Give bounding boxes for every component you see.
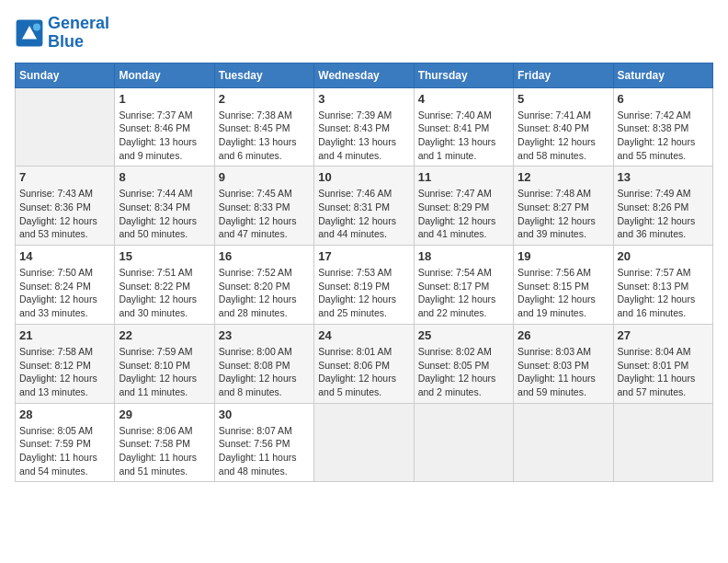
- day-number: 8: [119, 170, 210, 184]
- day-number: 18: [418, 249, 509, 263]
- page-header: General Blue: [15, 15, 713, 52]
- calendar-day-cell: [16, 87, 115, 167]
- day-number: 24: [318, 328, 409, 342]
- calendar-day-cell: [514, 403, 613, 482]
- calendar-week-row: 1 Sunrise: 7:37 AM Sunset: 8:46 PM Dayli…: [16, 87, 713, 167]
- day-info: Sunrise: 8:00 AM Sunset: 8:08 PM Dayligh…: [219, 345, 310, 399]
- weekday-header: Monday: [115, 63, 214, 87]
- day-number: 11: [418, 170, 509, 184]
- day-info: Sunrise: 7:50 AM Sunset: 8:24 PM Dayligh…: [19, 266, 110, 320]
- day-info: Sunrise: 7:41 AM Sunset: 8:40 PM Dayligh…: [518, 109, 609, 163]
- day-info: Sunrise: 7:46 AM Sunset: 8:31 PM Dayligh…: [318, 187, 409, 241]
- calendar-week-row: 7 Sunrise: 7:43 AM Sunset: 8:36 PM Dayli…: [16, 167, 713, 246]
- day-number: 5: [518, 92, 609, 106]
- day-info: Sunrise: 7:40 AM Sunset: 8:41 PM Dayligh…: [418, 109, 509, 163]
- calendar-day-cell: 26 Sunrise: 8:03 AM Sunset: 8:03 PM Dayl…: [514, 324, 613, 403]
- calendar-day-cell: 19 Sunrise: 7:56 AM Sunset: 8:15 PM Dayl…: [514, 246, 613, 325]
- day-number: 27: [618, 328, 709, 342]
- day-number: 21: [19, 328, 110, 342]
- logo-icon: [15, 18, 44, 48]
- calendar-day-cell: 14 Sunrise: 7:50 AM Sunset: 8:24 PM Dayl…: [16, 246, 115, 325]
- day-number: 16: [219, 249, 310, 263]
- day-info: Sunrise: 7:51 AM Sunset: 8:22 PM Dayligh…: [119, 266, 210, 320]
- day-info: Sunrise: 7:37 AM Sunset: 8:46 PM Dayligh…: [119, 109, 210, 163]
- day-number: 2: [219, 92, 310, 106]
- calendar-day-cell: 23 Sunrise: 8:00 AM Sunset: 8:08 PM Dayl…: [214, 324, 313, 403]
- day-info: Sunrise: 7:58 AM Sunset: 8:12 PM Dayligh…: [19, 345, 110, 399]
- day-number: 14: [19, 249, 110, 263]
- calendar-day-cell: 21 Sunrise: 7:58 AM Sunset: 8:12 PM Dayl…: [16, 324, 115, 403]
- calendar-day-cell: 17 Sunrise: 7:53 AM Sunset: 8:19 PM Dayl…: [314, 246, 414, 325]
- calendar-day-cell: 13 Sunrise: 7:49 AM Sunset: 8:26 PM Dayl…: [613, 167, 712, 246]
- day-number: 29: [119, 408, 210, 421]
- calendar-day-cell: 18 Sunrise: 7:54 AM Sunset: 8:17 PM Dayl…: [414, 246, 513, 325]
- calendar-day-cell: 5 Sunrise: 7:41 AM Sunset: 8:40 PM Dayli…: [514, 87, 613, 167]
- day-info: Sunrise: 7:45 AM Sunset: 8:33 PM Dayligh…: [219, 187, 310, 241]
- calendar-table: SundayMondayTuesdayWednesdayThursdayFrid…: [15, 63, 713, 483]
- day-info: Sunrise: 7:42 AM Sunset: 8:38 PM Dayligh…: [618, 109, 709, 163]
- day-info: Sunrise: 8:01 AM Sunset: 8:06 PM Dayligh…: [318, 345, 409, 399]
- calendar-day-cell: 4 Sunrise: 7:40 AM Sunset: 8:41 PM Dayli…: [414, 87, 513, 167]
- day-info: Sunrise: 7:52 AM Sunset: 8:20 PM Dayligh…: [219, 266, 310, 320]
- calendar-day-cell: 20 Sunrise: 7:57 AM Sunset: 8:13 PM Dayl…: [613, 246, 712, 325]
- day-number: 28: [19, 408, 110, 421]
- day-info: Sunrise: 7:59 AM Sunset: 8:10 PM Dayligh…: [119, 345, 210, 399]
- calendar-day-cell: 3 Sunrise: 7:39 AM Sunset: 8:43 PM Dayli…: [314, 87, 414, 167]
- day-number: 15: [119, 249, 210, 263]
- calendar-week-row: 14 Sunrise: 7:50 AM Sunset: 8:24 PM Dayl…: [16, 246, 713, 325]
- calendar-day-cell: 29 Sunrise: 8:06 AM Sunset: 7:58 PM Dayl…: [115, 403, 214, 482]
- day-info: Sunrise: 7:39 AM Sunset: 8:43 PM Dayligh…: [318, 109, 409, 163]
- weekday-header: Saturday: [613, 63, 712, 87]
- calendar-week-row: 28 Sunrise: 8:05 AM Sunset: 7:59 PM Dayl…: [16, 403, 713, 482]
- day-number: 19: [518, 249, 609, 263]
- calendar-day-cell: 22 Sunrise: 7:59 AM Sunset: 8:10 PM Dayl…: [115, 324, 214, 403]
- calendar-day-cell: 8 Sunrise: 7:44 AM Sunset: 8:34 PM Dayli…: [115, 167, 214, 246]
- day-number: 20: [618, 249, 709, 263]
- day-info: Sunrise: 7:56 AM Sunset: 8:15 PM Dayligh…: [518, 266, 609, 320]
- calendar-day-cell: 12 Sunrise: 7:48 AM Sunset: 8:27 PM Dayl…: [514, 167, 613, 246]
- calendar-day-cell: 27 Sunrise: 8:04 AM Sunset: 8:01 PM Dayl…: [613, 324, 712, 403]
- day-info: Sunrise: 8:03 AM Sunset: 8:03 PM Dayligh…: [518, 345, 609, 399]
- weekday-header: Thursday: [414, 63, 513, 87]
- calendar-day-cell: [414, 403, 513, 482]
- day-info: Sunrise: 7:54 AM Sunset: 8:17 PM Dayligh…: [418, 266, 509, 320]
- day-info: Sunrise: 8:02 AM Sunset: 8:05 PM Dayligh…: [418, 345, 509, 399]
- calendar-day-cell: 10 Sunrise: 7:46 AM Sunset: 8:31 PM Dayl…: [314, 167, 414, 246]
- day-number: 7: [19, 170, 110, 184]
- calendar-day-cell: 1 Sunrise: 7:37 AM Sunset: 8:46 PM Dayli…: [115, 87, 214, 167]
- calendar-day-cell: 2 Sunrise: 7:38 AM Sunset: 8:45 PM Dayli…: [214, 87, 313, 167]
- day-number: 22: [119, 328, 210, 342]
- day-info: Sunrise: 8:06 AM Sunset: 7:58 PM Dayligh…: [119, 424, 210, 478]
- day-number: 3: [318, 92, 409, 106]
- day-number: 30: [219, 408, 310, 421]
- day-info: Sunrise: 7:57 AM Sunset: 8:13 PM Dayligh…: [618, 266, 709, 320]
- day-number: 10: [318, 170, 409, 184]
- svg-point-2: [33, 23, 40, 30]
- day-info: Sunrise: 7:38 AM Sunset: 8:45 PM Dayligh…: [219, 109, 310, 163]
- logo-text: General Blue: [48, 15, 109, 52]
- weekday-header: Tuesday: [214, 63, 313, 87]
- weekday-header: Friday: [514, 63, 613, 87]
- calendar-day-cell: 24 Sunrise: 8:01 AM Sunset: 8:06 PM Dayl…: [314, 324, 414, 403]
- calendar-day-cell: 28 Sunrise: 8:05 AM Sunset: 7:59 PM Dayl…: [16, 403, 115, 482]
- weekday-header-row: SundayMondayTuesdayWednesdayThursdayFrid…: [16, 63, 713, 87]
- calendar-week-row: 21 Sunrise: 7:58 AM Sunset: 8:12 PM Dayl…: [16, 324, 713, 403]
- day-info: Sunrise: 7:53 AM Sunset: 8:19 PM Dayligh…: [318, 266, 409, 320]
- calendar-day-cell: [314, 403, 414, 482]
- day-info: Sunrise: 7:43 AM Sunset: 8:36 PM Dayligh…: [19, 187, 110, 241]
- day-number: 9: [219, 170, 310, 184]
- day-number: 12: [518, 170, 609, 184]
- logo: General Blue: [15, 15, 109, 52]
- calendar-day-cell: 15 Sunrise: 7:51 AM Sunset: 8:22 PM Dayl…: [115, 246, 214, 325]
- calendar-day-cell: 25 Sunrise: 8:02 AM Sunset: 8:05 PM Dayl…: [414, 324, 513, 403]
- calendar-day-cell: 16 Sunrise: 7:52 AM Sunset: 8:20 PM Dayl…: [214, 246, 313, 325]
- calendar-day-cell: 9 Sunrise: 7:45 AM Sunset: 8:33 PM Dayli…: [214, 167, 313, 246]
- day-number: 26: [518, 328, 609, 342]
- day-info: Sunrise: 7:48 AM Sunset: 8:27 PM Dayligh…: [518, 187, 609, 241]
- day-info: Sunrise: 8:05 AM Sunset: 7:59 PM Dayligh…: [19, 424, 110, 478]
- day-info: Sunrise: 7:49 AM Sunset: 8:26 PM Dayligh…: [618, 187, 709, 241]
- day-number: 6: [618, 92, 709, 106]
- day-number: 4: [418, 92, 509, 106]
- calendar-day-cell: 6 Sunrise: 7:42 AM Sunset: 8:38 PM Dayli…: [613, 87, 712, 167]
- day-number: 23: [219, 328, 310, 342]
